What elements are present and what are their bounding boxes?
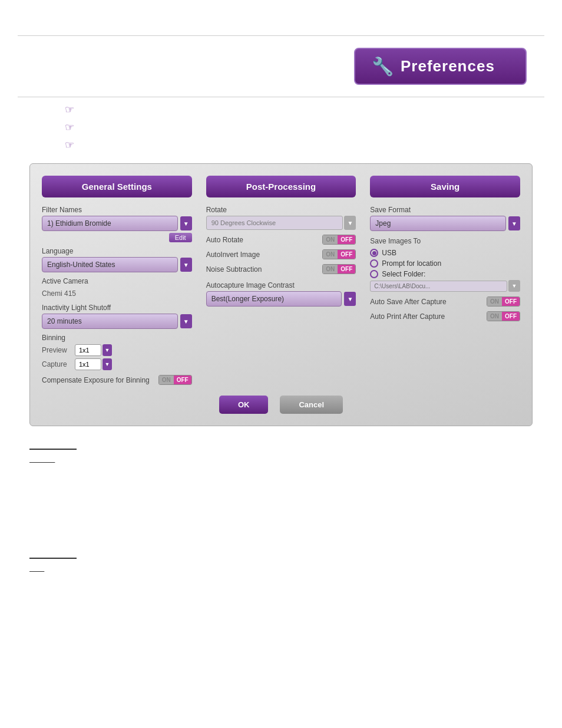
save-images-label: Save Images To	[370, 237, 520, 245]
folder-select[interactable]: C:\Users\LAB\Docu...	[370, 281, 507, 292]
bullet-item-3: ☞	[65, 139, 544, 151]
noise-row: Noise Subtraction ON OFF	[206, 264, 356, 274]
auto-rotate-toggle[interactable]: ON OFF	[322, 235, 356, 245]
filter-names-row: 1) Ethidium Bromide ▼	[42, 216, 192, 231]
preferences-badge: 🔧 Preferences	[354, 48, 527, 85]
post-processing-header: Post-Processing	[206, 176, 356, 197]
auto-save-off: OFF	[502, 297, 520, 306]
dialog-columns: General Settings Filter Names 1) Ethidiu…	[42, 176, 520, 385]
capture-binning-arrow[interactable]: ▼	[103, 358, 112, 370]
short-rule-2	[29, 558, 77, 559]
bullet-item-1: ☞	[65, 103, 544, 116]
auto-print-on: ON	[487, 312, 502, 321]
dialog-footer: OK Cancel	[42, 396, 520, 414]
autocapture-row: Best(Longer Exposure) ▼	[206, 291, 356, 307]
folder-select-row: C:\Users\LAB\Docu... ▼	[370, 280, 520, 292]
noise-label: Noise Subtraction	[206, 265, 319, 274]
auto-rotate-on: ON	[323, 235, 338, 244]
capture-binning-label: Capture	[42, 360, 71, 368]
auto-rotate-row: Auto Rotate ON OFF	[206, 235, 356, 245]
select-folder-radio-label: Select Folder:	[382, 270, 425, 278]
noise-toggle[interactable]: ON OFF	[322, 264, 356, 274]
para-6	[29, 542, 533, 553]
below-dialog-text	[0, 438, 562, 581]
rotate-select[interactable]: 90 Degrees Clockwise	[206, 216, 343, 230]
short-rule-1	[29, 449, 77, 450]
underline-text-1	[29, 454, 55, 463]
language-row: English-United States ▼	[42, 257, 192, 272]
prompt-radio-item[interactable]: Prompt for location	[370, 259, 520, 268]
preview-binning-select-wrap: ▼	[75, 344, 112, 356]
para-2	[29, 481, 533, 492]
preferences-title: Preferences	[401, 57, 495, 75]
rotate-arrow[interactable]: ▼	[344, 216, 356, 230]
header-area: 🔧 Preferences	[0, 36, 562, 91]
general-settings-header: General Settings	[42, 176, 192, 197]
cancel-button[interactable]: Cancel	[280, 396, 343, 414]
filter-names-select[interactable]: 1) Ethidium Bromide	[42, 216, 178, 231]
language-select[interactable]: English-United States	[42, 257, 178, 272]
select-folder-radio-circle	[370, 270, 378, 278]
auto-save-label: Auto Save After Capture	[370, 298, 483, 306]
inactivity-arrow[interactable]: ▼	[180, 314, 192, 328]
save-format-select[interactable]: Jpeg	[370, 216, 506, 231]
autoinvert-on: ON	[323, 250, 338, 259]
save-format-row: Jpeg ▼	[370, 216, 520, 231]
usb-radio-circle	[370, 249, 378, 257]
filter-names-label: Filter Names	[42, 206, 192, 214]
saving-header: Saving	[370, 176, 520, 197]
para-5	[29, 527, 533, 538]
filter-names-arrow[interactable]: ▼	[180, 216, 192, 230]
prompt-radio-label: Prompt for location	[382, 259, 441, 268]
underline-text-2	[29, 564, 44, 572]
compensate-toggle[interactable]: ON OFF	[158, 375, 192, 385]
inactivity-row: 20 minutes ▼	[42, 314, 192, 329]
usb-radio-item[interactable]: USB	[370, 249, 520, 257]
save-images-group: USB Prompt for location Select Folder:	[370, 249, 520, 278]
prompt-radio-circle	[370, 259, 378, 268]
para-3	[29, 496, 533, 507]
bullets-area: ☞ ☞ ☞	[0, 97, 562, 157]
wrench-icon: 🔧	[372, 56, 394, 77]
filter-edit-button[interactable]: Edit	[169, 233, 192, 242]
auto-print-label: Auto Print After Capture	[370, 312, 483, 321]
autoinvert-toggle[interactable]: ON OFF	[322, 249, 356, 259]
finger-icon-1: ☞	[65, 103, 74, 116]
auto-rotate-off: OFF	[338, 235, 355, 244]
capture-binning-input[interactable]	[75, 358, 101, 370]
save-format-label: Save Format	[370, 206, 520, 214]
bullet-item-2: ☞	[65, 121, 544, 134]
auto-save-toggle[interactable]: ON OFF	[487, 297, 520, 307]
preview-binning-arrow[interactable]: ▼	[103, 344, 112, 356]
rotate-label: Rotate	[206, 206, 356, 214]
auto-print-toggle[interactable]: ON OFF	[487, 311, 520, 321]
save-format-arrow[interactable]: ▼	[508, 216, 520, 230]
inactivity-label: Inactivity Light Shutoff	[42, 304, 192, 312]
auto-rotate-label: Auto Rotate	[206, 236, 319, 244]
compensate-row: Compensate Exposure for Binning ON OFF	[42, 375, 192, 385]
language-arrow[interactable]: ▼	[180, 258, 192, 272]
folder-select-arrow[interactable]: ▼	[508, 280, 520, 292]
para-1	[29, 466, 533, 476]
preview-binning-input[interactable]	[75, 344, 101, 356]
autocapture-arrow[interactable]: ▼	[344, 292, 356, 306]
inactivity-select[interactable]: 20 minutes	[42, 314, 178, 329]
ok-button[interactable]: OK	[219, 396, 269, 414]
rotate-row: 90 Degrees Clockwise ▼	[206, 216, 356, 230]
compensate-off: OFF	[174, 375, 191, 384]
auto-print-off: OFF	[502, 312, 520, 321]
select-folder-radio-item[interactable]: Select Folder:	[370, 270, 520, 278]
saving-col: Saving Save Format Jpeg ▼ Save Images To…	[363, 176, 520, 385]
auto-print-row: Auto Print After Capture ON OFF	[370, 311, 520, 321]
active-camera-value: Chemi 415	[42, 287, 192, 299]
para-4	[29, 512, 533, 522]
active-camera-label: Active Camera	[42, 277, 192, 285]
preview-binning-row: Preview ▼	[42, 344, 192, 356]
compensate-label: Compensate Exposure for Binning	[42, 376, 155, 384]
autocapture-select[interactable]: Best(Longer Exposure)	[206, 291, 342, 307]
usb-radio-label: USB	[382, 249, 396, 257]
finger-icon-3: ☞	[65, 139, 74, 151]
autoinvert-row: AutoInvert Image ON OFF	[206, 249, 356, 259]
noise-on: ON	[323, 265, 338, 274]
autoinvert-label: AutoInvert Image	[206, 251, 319, 259]
